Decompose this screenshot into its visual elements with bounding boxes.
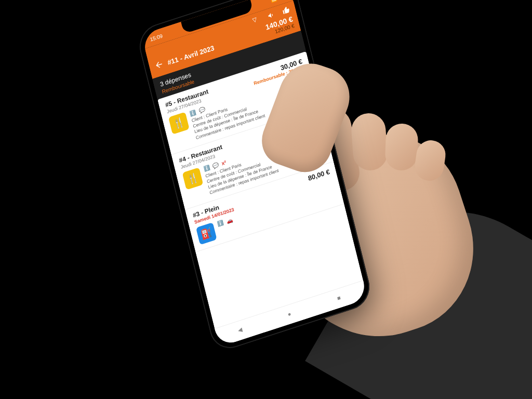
car-icon: 🚗 bbox=[225, 216, 233, 224]
wifi-icon: 📶 bbox=[270, 0, 277, 3]
phone-frame: 15:09 📶 ▮▮ ▽ bbox=[135, 0, 374, 354]
info-icon: ℹ️ bbox=[217, 219, 224, 227]
filter-icon[interactable]: ▽ bbox=[251, 15, 261, 25]
announce-icon[interactable] bbox=[267, 10, 276, 20]
restaurant-icon: 🍴 bbox=[182, 167, 204, 190]
phone-screen: 15:09 📶 ▮▮ ▽ bbox=[141, 0, 368, 347]
nav-home-button[interactable]: ● bbox=[287, 309, 296, 318]
info-icon: ℹ️ bbox=[189, 109, 197, 117]
nav-back-button[interactable]: ◀ bbox=[237, 325, 246, 335]
back-button[interactable] bbox=[153, 59, 165, 72]
status-time: 15:09 bbox=[149, 33, 163, 42]
comment-icon: 💬 bbox=[212, 161, 220, 169]
nav-recent-button[interactable]: ■ bbox=[337, 293, 345, 302]
fuel-icon: ⛽ bbox=[196, 222, 217, 245]
restaurant-icon: 🍴 bbox=[168, 112, 190, 135]
battery-icon: ▮▮ bbox=[278, 0, 285, 1]
comment-icon: 💬 bbox=[198, 106, 206, 114]
x2-icon: x² bbox=[221, 158, 227, 166]
thumbs-up-icon[interactable] bbox=[281, 5, 291, 16]
info-icon: ℹ️ bbox=[203, 164, 211, 172]
